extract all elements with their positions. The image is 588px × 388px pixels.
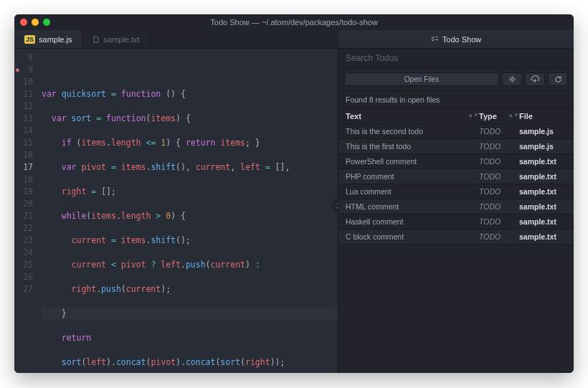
line-number[interactable]: 16 xyxy=(14,149,33,161)
table-row[interactable]: PowerShell commentTODOsample.txt xyxy=(338,154,574,169)
javascript-icon: JS xyxy=(24,35,35,44)
line-number[interactable]: 23 xyxy=(14,235,33,247)
todo-type: TODO xyxy=(479,157,519,166)
gear-icon xyxy=(508,75,516,83)
refresh-button[interactable] xyxy=(548,72,568,86)
todo-file: sample.js xyxy=(519,127,566,136)
table-row[interactable]: Haskell commentTODOsample.txt xyxy=(338,214,574,230)
table-row[interactable]: Lua commentTODOsample.txt xyxy=(338,184,574,199)
panel-toolbar: Open Files xyxy=(338,68,574,91)
line-number[interactable]: 25 xyxy=(14,259,33,271)
tab-sample-txt[interactable]: sample.txt xyxy=(82,30,150,48)
todo-type: TODO xyxy=(479,172,519,181)
tab-bar: JS sample.js sample.txt Todo Show xyxy=(14,30,574,49)
todo-type: TODO xyxy=(479,217,519,226)
line-number[interactable]: 9 xyxy=(14,64,33,76)
todo-file: sample.js xyxy=(519,142,566,151)
table-row[interactable]: HTML commentTODOsample.txt xyxy=(338,199,574,214)
window-controls xyxy=(20,19,50,26)
maximize-window-button[interactable] xyxy=(43,19,50,26)
todo-type: TODO xyxy=(479,187,519,196)
todo-type: TODO xyxy=(479,127,519,136)
svg-point-0 xyxy=(511,78,513,81)
panel-tabs: Todo Show xyxy=(338,30,574,48)
cloud-download-icon xyxy=(531,75,539,83)
todo-file: sample.txt xyxy=(519,187,566,196)
line-number[interactable]: 13 xyxy=(14,113,33,125)
line-number[interactable]: 27 xyxy=(14,283,33,295)
todo-text: HTML comment xyxy=(346,202,479,211)
todo-type: TODO xyxy=(479,232,519,241)
line-number[interactable]: 21 xyxy=(14,210,33,222)
line-number[interactable]: 19 xyxy=(14,186,33,198)
table-row[interactable]: This is the first todoTODOsample.js xyxy=(338,139,574,154)
todo-text: PowerShell comment xyxy=(346,157,479,166)
refresh-icon xyxy=(554,75,562,83)
todo-type: TODO xyxy=(479,202,519,211)
export-button[interactable] xyxy=(525,72,545,86)
table-row[interactable]: PHP commentTODOsample.txt xyxy=(338,169,574,184)
table-row[interactable]: This is the second todoTODOsample.js xyxy=(338,124,574,139)
todo-text: PHP comment xyxy=(346,172,479,181)
search-input[interactable] xyxy=(346,53,566,63)
tab-sample-js[interactable]: JS sample.js xyxy=(14,30,82,48)
header-text[interactable]: Text▲▼ xyxy=(346,112,479,120)
workspace: 89101112131415161718192021222324252627 v… xyxy=(14,49,574,373)
line-number[interactable]: 10 xyxy=(14,76,33,88)
line-number[interactable]: 14 xyxy=(14,125,33,137)
todo-file: sample.txt xyxy=(519,232,566,241)
sort-icon: ▲▼ xyxy=(468,112,479,118)
todo-file: sample.txt xyxy=(519,172,566,181)
titlebar: Todo Show — ~/.atom/dev/packages/todo-sh… xyxy=(14,14,574,30)
editor-tabs: JS sample.js sample.txt xyxy=(14,30,338,48)
checklist-icon xyxy=(431,35,439,43)
search-bar xyxy=(338,49,574,68)
todo-text: Lua comment xyxy=(346,187,479,196)
todo-file: sample.txt xyxy=(519,217,566,226)
todo-text: This is the first todo xyxy=(346,142,479,151)
results-table: Text▲▼ Type▲▼ File This is the second to… xyxy=(338,109,574,373)
line-number[interactable]: 12 xyxy=(14,100,33,113)
line-number[interactable]: 22 xyxy=(14,222,33,235)
tab-label: Todo Show xyxy=(442,35,481,44)
results-status: Found 8 results in open files xyxy=(338,91,574,109)
line-gutter: 89101112131415161718192021222324252627 xyxy=(14,49,39,373)
tab-label: sample.js xyxy=(39,35,72,44)
todo-text: Haskell comment xyxy=(346,217,479,226)
line-number[interactable]: 15 xyxy=(14,137,33,149)
file-icon xyxy=(93,36,100,43)
todo-text: This is the second todo xyxy=(346,127,479,136)
table-row[interactable]: C block commentTODOsample.txt xyxy=(338,230,574,245)
table-header: Text▲▼ Type▲▼ File xyxy=(338,109,574,124)
code-content[interactable]: var quicksort = function () { var sort =… xyxy=(39,49,338,373)
header-type[interactable]: Type▲▼ xyxy=(479,112,519,120)
minimize-window-button[interactable] xyxy=(32,19,39,26)
code-editor[interactable]: 89101112131415161718192021222324252627 v… xyxy=(14,49,338,373)
line-number[interactable]: 8 xyxy=(14,52,33,64)
open-files-button[interactable]: Open Files xyxy=(344,72,499,86)
todo-file: sample.txt xyxy=(519,157,566,166)
todo-file: sample.txt xyxy=(519,202,566,211)
todo-panel: Open Files Found 8 results in open files… xyxy=(338,49,574,373)
close-window-button[interactable] xyxy=(20,19,27,26)
todo-type: TODO xyxy=(479,142,519,151)
line-number[interactable]: 26 xyxy=(14,271,33,283)
header-file[interactable]: File xyxy=(519,112,566,120)
line-number[interactable]: 24 xyxy=(14,247,33,259)
settings-button[interactable] xyxy=(502,72,522,86)
app-window: Todo Show — ~/.atom/dev/packages/todo-sh… xyxy=(14,14,574,373)
line-number[interactable]: 20 xyxy=(14,198,33,210)
line-number[interactable]: 11 xyxy=(14,88,33,100)
tab-todo-show[interactable]: Todo Show xyxy=(338,30,574,48)
sort-icon: ▲▼ xyxy=(508,112,519,118)
line-number[interactable]: 17 xyxy=(14,161,33,174)
todo-text: C block comment xyxy=(346,232,479,241)
window-title: Todo Show — ~/.atom/dev/packages/todo-sh… xyxy=(14,18,574,27)
tab-label: sample.txt xyxy=(103,35,139,44)
line-number[interactable]: 18 xyxy=(14,174,33,186)
